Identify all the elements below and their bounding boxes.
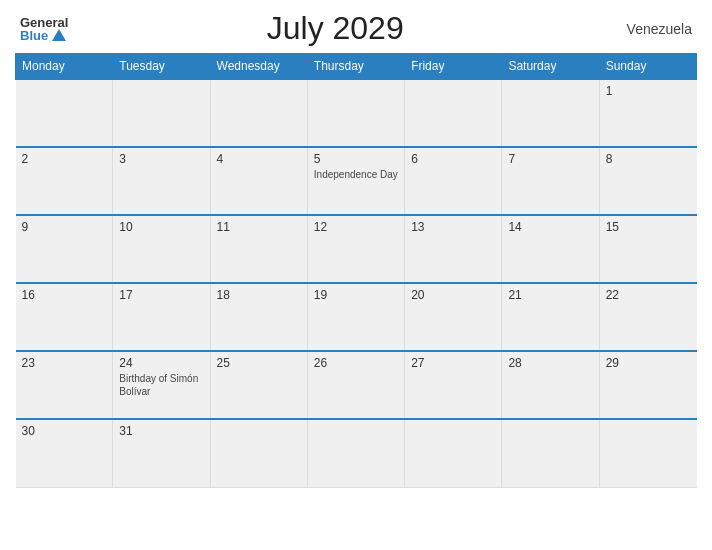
day-number: 14 (508, 220, 592, 234)
day-number: 29 (606, 356, 691, 370)
calendar-cell: 16 (16, 283, 113, 351)
event-label: Birthday of Simón Bolívar (119, 372, 203, 398)
weekday-header-tuesday: Tuesday (113, 54, 210, 80)
day-number: 3 (119, 152, 203, 166)
day-number: 13 (411, 220, 495, 234)
calendar-cell: 11 (210, 215, 307, 283)
calendar-title: July 2029 (68, 10, 602, 47)
calendar-cell: 21 (502, 283, 599, 351)
day-number: 10 (119, 220, 203, 234)
calendar-cell (307, 79, 404, 147)
calendar-cell: 1 (599, 79, 696, 147)
calendar-cell: 13 (405, 215, 502, 283)
weekday-header-sunday: Sunday (599, 54, 696, 80)
logo-blue-container: Blue (20, 29, 66, 42)
calendar-cell (16, 79, 113, 147)
calendar-cell (113, 79, 210, 147)
calendar-cell: 22 (599, 283, 696, 351)
day-number: 12 (314, 220, 398, 234)
calendar-header: General Blue July 2029 Venezuela (15, 10, 697, 47)
event-label: Independence Day (314, 168, 398, 181)
logo: General Blue (20, 16, 68, 42)
day-number: 28 (508, 356, 592, 370)
calendar-table: MondayTuesdayWednesdayThursdayFridaySatu… (15, 53, 697, 488)
day-number: 2 (22, 152, 107, 166)
calendar-cell (405, 419, 502, 487)
calendar-cell: 19 (307, 283, 404, 351)
logo-general-text: General (20, 16, 68, 29)
day-number: 27 (411, 356, 495, 370)
day-number: 25 (217, 356, 301, 370)
calendar-cell (502, 419, 599, 487)
calendar-cell: 24Birthday of Simón Bolívar (113, 351, 210, 419)
day-number: 22 (606, 288, 691, 302)
calendar-cell: 9 (16, 215, 113, 283)
day-number: 17 (119, 288, 203, 302)
calendar-cell: 27 (405, 351, 502, 419)
calendar-cell (307, 419, 404, 487)
day-number: 9 (22, 220, 107, 234)
day-number: 7 (508, 152, 592, 166)
day-number: 6 (411, 152, 495, 166)
calendar-cell: 18 (210, 283, 307, 351)
week-row-1: 1 (16, 79, 697, 147)
calendar-cell (599, 419, 696, 487)
weekday-header-thursday: Thursday (307, 54, 404, 80)
day-number: 8 (606, 152, 691, 166)
day-number: 21 (508, 288, 592, 302)
logo-triangle-icon (52, 29, 66, 41)
day-number: 16 (22, 288, 107, 302)
calendar-wrapper: General Blue July 2029 Venezuela MondayT… (0, 0, 712, 550)
calendar-cell (405, 79, 502, 147)
week-row-6: 3031 (16, 419, 697, 487)
calendar-cell: 6 (405, 147, 502, 215)
country-label: Venezuela (602, 21, 692, 37)
calendar-cell: 7 (502, 147, 599, 215)
calendar-cell: 29 (599, 351, 696, 419)
calendar-cell: 31 (113, 419, 210, 487)
calendar-cell: 20 (405, 283, 502, 351)
logo-blue-text: Blue (20, 29, 48, 42)
calendar-cell: 17 (113, 283, 210, 351)
day-number: 18 (217, 288, 301, 302)
day-number: 24 (119, 356, 203, 370)
calendar-cell: 3 (113, 147, 210, 215)
weekday-header-row: MondayTuesdayWednesdayThursdayFridaySatu… (16, 54, 697, 80)
day-number: 19 (314, 288, 398, 302)
calendar-cell (502, 79, 599, 147)
calendar-cell (210, 419, 307, 487)
week-row-2: 2345Independence Day678 (16, 147, 697, 215)
day-number: 26 (314, 356, 398, 370)
calendar-cell: 30 (16, 419, 113, 487)
day-number: 11 (217, 220, 301, 234)
weekday-header-saturday: Saturday (502, 54, 599, 80)
day-number: 1 (606, 84, 691, 98)
calendar-cell: 14 (502, 215, 599, 283)
week-row-3: 9101112131415 (16, 215, 697, 283)
calendar-cell: 26 (307, 351, 404, 419)
calendar-cell: 28 (502, 351, 599, 419)
day-number: 5 (314, 152, 398, 166)
calendar-cell (210, 79, 307, 147)
day-number: 20 (411, 288, 495, 302)
weekday-header-friday: Friday (405, 54, 502, 80)
week-row-5: 2324Birthday of Simón Bolívar2526272829 (16, 351, 697, 419)
weekday-header-wednesday: Wednesday (210, 54, 307, 80)
day-number: 30 (22, 424, 107, 438)
day-number: 23 (22, 356, 107, 370)
calendar-cell: 8 (599, 147, 696, 215)
calendar-cell: 12 (307, 215, 404, 283)
weekday-header-monday: Monday (16, 54, 113, 80)
calendar-cell: 15 (599, 215, 696, 283)
calendar-cell: 25 (210, 351, 307, 419)
week-row-4: 16171819202122 (16, 283, 697, 351)
day-number: 4 (217, 152, 301, 166)
calendar-cell: 10 (113, 215, 210, 283)
calendar-cell: 23 (16, 351, 113, 419)
day-number: 15 (606, 220, 691, 234)
calendar-cell: 2 (16, 147, 113, 215)
day-number: 31 (119, 424, 203, 438)
calendar-cell: 4 (210, 147, 307, 215)
calendar-cell: 5Independence Day (307, 147, 404, 215)
